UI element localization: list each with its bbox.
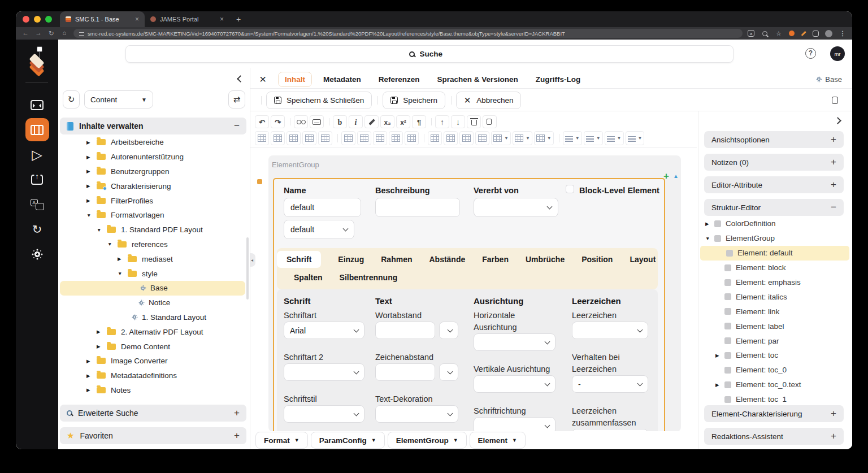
new-tab-button[interactable]: + [229,15,248,24]
table-height-icon[interactable]: ▼ [475,131,489,145]
toggle-section-icon[interactable]: − [831,202,836,213]
structure-tree-item[interactable]: Element: par [698,333,852,348]
browser-tab[interactable]: SMC 5.1 - Base × [60,11,145,27]
expand-arrow-icon[interactable] [715,353,724,358]
table-grid-icon[interactable]: ▼ [444,131,458,145]
field-unit-select[interactable] [439,322,458,339]
field-unit-select[interactable] [439,363,458,381]
tree-item[interactable]: Benutzergruppen [58,164,245,179]
table-row-insert-before-icon[interactable]: ▼ [341,131,355,145]
expand-arrow-icon[interactable] [107,241,118,247]
table-row-delete-icon[interactable]: ▼ [373,131,387,145]
zoom-icon[interactable] [761,29,769,37]
extension-pencil-icon[interactable] [801,31,806,36]
maximize-window-icon[interactable] [45,16,52,23]
element-bullet-icon[interactable] [257,179,262,184]
bookmark-star-icon[interactable]: ☆ [775,29,783,37]
collapse-section-icon[interactable]: − [234,120,240,132]
align-center-icon[interactable]: ▼ [584,131,603,145]
content-tab[interactable]: Metadaten [317,72,367,86]
content-tab[interactable]: Sprachen & Versionen [431,72,524,86]
find-binoculars-icon[interactable] [294,115,308,128]
expand-arrow-icon[interactable] [86,387,97,393]
duplicate-icon[interactable] [483,115,497,128]
superscript-icon[interactable] [396,115,410,128]
table-row-insert-after-icon[interactable]: ▼ [357,131,371,145]
expand-arrow-icon[interactable] [86,212,97,218]
structure-tree-item[interactable]: Element: label [698,319,852,333]
tree-item[interactable]: style [58,266,245,281]
structure-tree-item[interactable]: Element: link [698,304,852,319]
sync-icon[interactable] [25,218,49,241]
site-settings-icon[interactable] [79,31,84,36]
style-tab[interactable]: Rahmen [381,251,412,268]
close-window-icon[interactable] [23,16,29,23]
expand-arrow-icon[interactable] [118,271,128,276]
inherit-select[interactable] [474,198,558,217]
delete-icon[interactable] [467,115,481,128]
action-button[interactable]: Speichern [383,92,445,109]
move-down-icon[interactable] [451,115,465,128]
italic-icon[interactable] [349,115,363,128]
style-tab[interactable]: Silbentrennung [340,269,398,286]
expand-arrow-icon[interactable] [705,221,714,227]
field-select[interactable]: - [572,375,648,393]
swap-panel-button[interactable]: ⇄ [228,90,245,109]
duplicate-document-button[interactable] [832,94,843,106]
tree-item[interactable]: FilterProfiles [58,193,245,208]
preview-icon[interactable] [25,143,49,166]
field-select[interactable] [284,363,364,381]
move-up-icon[interactable] [435,115,449,128]
tree-item[interactable]: Notes [58,383,245,398]
structure-dropdown-button[interactable]: Element ▼ [470,432,526,449]
expand-arrow-icon[interactable] [705,236,714,241]
content-tab[interactable]: Referenzen [372,72,426,86]
expand-arrow-icon[interactable] [86,154,97,160]
field-select[interactable] [474,333,555,351]
valign-middle-icon[interactable]: ▼ [513,131,532,145]
structure-dropdown-button[interactable]: ElementGroup ▼ [388,432,467,449]
expand-section-icon[interactable]: + [234,430,240,441]
structure-tree-item[interactable]: Element: toc_0.text [698,377,852,392]
style-tab[interactable]: Abstände [429,251,465,268]
profile-icon[interactable] [825,30,832,37]
structure-dropdown-button[interactable]: ParamConfig ▼ [311,432,385,449]
tree-item[interactable]: Base [60,281,245,296]
favorites-section[interactable]: ★ Favoriten + [60,427,246,444]
name-input[interactable] [290,203,354,212]
block-level-checkbox[interactable] [566,185,574,193]
structure-tree-item[interactable]: Element: toc_0 [698,363,852,377]
expand-arrow-icon[interactable] [86,183,97,189]
content-icon[interactable] [25,118,49,141]
tab-close-icon[interactable]: × [220,15,224,23]
manage-content-header[interactable]: Inhalte verwalten − [60,118,246,134]
tree-item[interactable]: Image Converter [58,354,245,368]
subscript-icon[interactable] [380,115,394,128]
toggle-section-icon[interactable]: + [831,431,836,442]
style-tab[interactable]: Farben [482,251,509,268]
panel-section[interactable]: Element-Charakterisierung + [704,405,844,422]
panel-section[interactable]: Ansichtsoptionen + [704,131,844,148]
panel-section[interactable]: Editor-Attribute + [704,176,844,193]
toggle-section-icon[interactable]: + [831,179,836,190]
align-right-icon[interactable]: ▼ [605,131,624,145]
action-button[interactable]: Speichern & Schließen [266,92,372,109]
expand-arrow-icon[interactable] [86,140,97,145]
tree-item[interactable]: Metadatadefinitions [58,368,245,383]
style-tab[interactable]: Umbrüche [526,251,565,268]
table-column-insert-after-icon[interactable]: ▼ [271,131,285,145]
global-search[interactable] [125,45,734,63]
style-tab[interactable]: Layout [630,251,656,268]
scope-select[interactable]: Content ▼ [84,90,153,109]
advanced-search-section[interactable]: Erweiterte Suche + [60,405,246,422]
back-icon[interactable]: ← [21,29,29,37]
expand-arrow-icon[interactable] [118,256,128,262]
pencil-icon[interactable] [364,115,379,128]
style-tab[interactable]: Schrift [277,251,321,268]
expand-panel-icon[interactable] [835,117,843,125]
tree-item[interactable]: references [58,237,245,252]
structure-tree-item[interactable]: Element: block [698,261,852,275]
field-select[interactable] [572,322,648,339]
field-select[interactable] [375,363,435,381]
undo-icon[interactable] [255,115,269,128]
